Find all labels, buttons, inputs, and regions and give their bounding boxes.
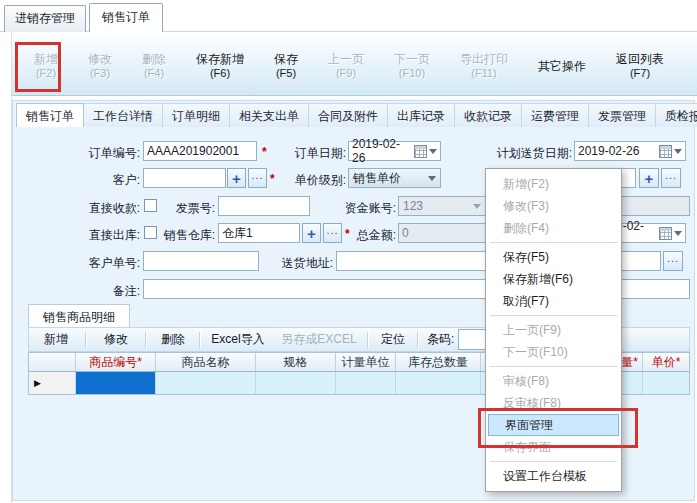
tab-sales-order[interactable]: 销售订单 xyxy=(89,3,163,32)
cell-product-name[interactable] xyxy=(156,372,256,394)
warehouse-lookup-button[interactable]: ... xyxy=(323,223,342,243)
locate-button[interactable]: 定位 xyxy=(371,331,415,348)
address-lookup-button[interactable]: ... xyxy=(663,251,683,271)
menu-item-unaudit[interactable]: 反审核(F8) xyxy=(487,392,620,414)
menu-item-save-new[interactable]: 保存新增(F6) xyxy=(487,268,620,290)
menu-item-cancel[interactable]: 取消(F7) xyxy=(487,290,620,312)
save-button[interactable]: 保存 (F5) xyxy=(270,50,302,82)
tab-order-detail[interactable]: 订单明细 xyxy=(162,103,230,127)
warehouse-add-button[interactable]: + xyxy=(302,223,321,243)
chevron-down-icon[interactable] xyxy=(429,149,437,154)
tab-contract-attachment[interactable]: 合同及附件 xyxy=(308,103,388,127)
order-date-value: 2019-02-26 xyxy=(352,137,412,165)
save-new-button[interactable]: 保存新增 (F6) xyxy=(192,50,248,82)
menu-item-delete[interactable]: 删除(F4) xyxy=(487,217,620,239)
invoice-no-input[interactable] xyxy=(218,196,310,216)
other-actions-button[interactable]: 其它操作 xyxy=(534,57,590,75)
calendar-icon[interactable] xyxy=(659,145,672,158)
tab-sales-order-detail[interactable]: 销售订单 xyxy=(16,103,84,127)
chevron-down-icon[interactable] xyxy=(674,149,682,154)
grid-header-product-code[interactable]: 商品编号* xyxy=(76,353,156,371)
tab-invoice-management[interactable]: 发票管理 xyxy=(588,103,656,127)
grid-header-stock-qty[interactable]: 库存总数量 xyxy=(396,353,481,371)
customer-input[interactable] xyxy=(143,168,226,188)
order-no-label: 订单编号: xyxy=(40,145,140,161)
save-as-excel-button[interactable]: 另存成EXCEL xyxy=(273,331,365,348)
grid-header-selector[interactable] xyxy=(29,353,76,371)
detail-section-tab[interactable]: 销售商品明细 xyxy=(28,304,130,327)
order-date-input[interactable]: 2019-02-26 xyxy=(348,141,441,161)
edit-button[interactable]: 修改 (F3) xyxy=(84,50,116,82)
cell-spec[interactable] xyxy=(256,372,336,394)
export-print-button-key: (F11) xyxy=(471,66,496,80)
new-button[interactable]: 新增 (F2) xyxy=(30,50,62,82)
tab-outbound-record[interactable]: 出库记录 xyxy=(387,103,455,127)
fund-account-select[interactable]: 123 xyxy=(398,196,486,216)
menu-item-next-page[interactable]: 下一页(F10) xyxy=(487,341,620,363)
warehouse-input[interactable] xyxy=(218,223,300,243)
delete-button-key: (F4) xyxy=(144,66,164,80)
cell-product-code-selected[interactable] xyxy=(76,372,156,394)
order-no-input[interactable] xyxy=(143,141,257,161)
prev-page-button[interactable]: 上一页 (F9) xyxy=(324,50,368,82)
direct-out-checkbox[interactable] xyxy=(144,226,157,239)
grid-header-unit[interactable]: 计量单位 xyxy=(336,353,396,371)
menu-separator xyxy=(490,366,617,367)
divider xyxy=(145,332,147,348)
customer-lookup-button[interactable]: ... xyxy=(248,168,267,188)
direct-receipt-checkbox[interactable] xyxy=(144,199,157,212)
save-new-button-label: 保存新增 xyxy=(196,52,244,66)
tab-inventory-management[interactable]: 进销存管理 xyxy=(4,5,86,32)
chevron-down-icon xyxy=(428,176,436,181)
delete-button[interactable]: 删除 (F4) xyxy=(138,50,170,82)
salesman-lookup-button[interactable]: ... xyxy=(661,168,681,188)
tab-related-expense[interactable]: 相关支出单 xyxy=(229,103,309,127)
tab-receipt-record[interactable]: 收款记录 xyxy=(454,103,522,127)
detail-edit-button[interactable]: 修改 xyxy=(89,331,143,348)
tab-workbench-detail[interactable]: 工作台详情 xyxy=(83,103,163,127)
calendar-icon[interactable] xyxy=(414,145,427,158)
total-label: 总金额: xyxy=(352,227,396,243)
excel-import-button[interactable]: Excel导入 xyxy=(203,331,273,348)
salesman-add-button[interactable]: + xyxy=(639,168,659,188)
menu-item-save-ui[interactable]: 保存界面 xyxy=(487,436,620,458)
menu-item-ui-management[interactable]: 界面管理 xyxy=(488,414,619,436)
remark-label: 备注: xyxy=(40,283,140,299)
grid-header-spec[interactable]: 规格 xyxy=(256,353,336,371)
edit-button-key: (F3) xyxy=(90,66,110,80)
tab-quality-report[interactable]: 质检报告 xyxy=(655,103,697,127)
chevron-down-icon xyxy=(473,204,481,209)
invoice-no-label: 发票号: xyxy=(158,200,215,216)
chevron-down-icon[interactable] xyxy=(674,231,682,236)
address-label: 送货地址: xyxy=(276,255,333,271)
back-to-list-button[interactable]: 返回列表 (F7) xyxy=(612,50,668,82)
menu-item-workbench-template[interactable]: 设置工作台模板 xyxy=(487,465,620,487)
menu-item-audit[interactable]: 审核(F8) xyxy=(487,370,620,392)
next-page-button[interactable]: 下一页 (F10) xyxy=(390,50,434,82)
menu-item-new[interactable]: 新增(F2) xyxy=(487,173,620,195)
detail-add-button[interactable]: 新增 xyxy=(29,331,83,348)
ellipsis-icon: ... xyxy=(667,255,679,261)
price-level-select[interactable]: 销售单价 xyxy=(348,168,441,188)
export-print-button[interactable]: 导出打印 (F11) xyxy=(456,50,512,82)
plan-date-input[interactable]: 2019-02-26 xyxy=(574,141,686,161)
back-to-list-button-key: (F7) xyxy=(630,66,650,80)
cell-stock-qty[interactable] xyxy=(396,372,481,394)
menu-item-edit[interactable]: 修改(F3) xyxy=(487,195,620,217)
tab-freight-management[interactable]: 运费管理 xyxy=(521,103,589,127)
grid-header-price[interactable]: 单价* xyxy=(643,353,689,371)
customer-no-input[interactable] xyxy=(143,251,259,271)
calendar-icon[interactable] xyxy=(659,227,672,240)
cell-price[interactable] xyxy=(643,372,689,394)
customer-add-button[interactable]: + xyxy=(227,168,246,188)
ellipsis-icon: ... xyxy=(326,227,338,233)
row-marker-icon: ▶ xyxy=(34,378,41,388)
detail-delete-button[interactable]: 删除 xyxy=(149,331,197,348)
menu-item-save[interactable]: 保存(F5) xyxy=(487,246,620,268)
warehouse-required: * xyxy=(345,227,350,241)
grid-header-product-name[interactable]: 商品名称 xyxy=(156,353,256,371)
new-button-key: (F2) xyxy=(36,66,56,80)
cell-unit[interactable] xyxy=(336,372,396,394)
warehouse-label: 销售仓库: xyxy=(158,227,215,243)
menu-item-prev-page[interactable]: 上一页(F9) xyxy=(487,319,620,341)
